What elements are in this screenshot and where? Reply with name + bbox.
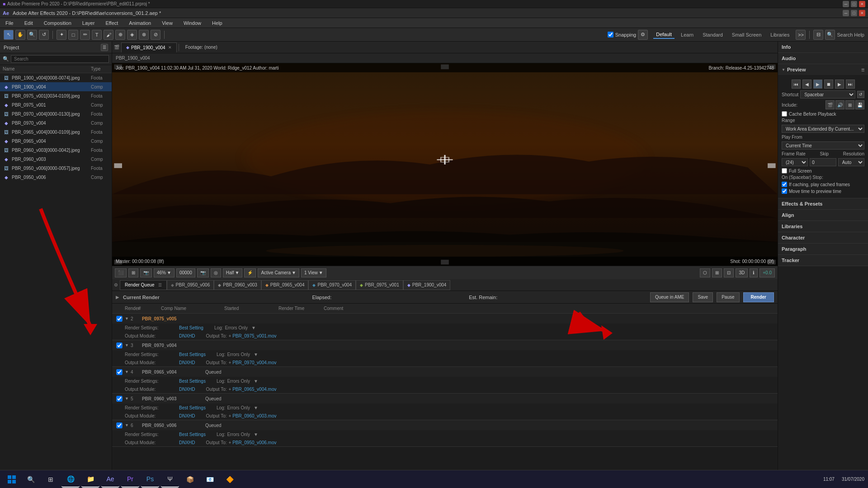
ae-minimize-btn[interactable]: ─: [843, 10, 849, 16]
skip-input[interactable]: [810, 158, 836, 166]
preview-menu-icon[interactable]: ☰: [861, 68, 864, 72]
menu-animation[interactable]: Animation: [127, 19, 153, 27]
render-output-link-0[interactable]: PBR_0975_v001.mov: [232, 333, 276, 338]
hand-tool[interactable]: ✋: [15, 30, 25, 40]
prev-frame-btn[interactable]: ◀: [802, 80, 811, 89]
render-expand-2[interactable]: ▼: [125, 370, 129, 374]
vt-fit-btn[interactable]: ⊞: [128, 268, 138, 277]
pause-btn[interactable]: Pause: [717, 292, 739, 302]
anchor-tool[interactable]: ✦: [57, 30, 66, 40]
shortcut-select[interactable]: Spacebar: [800, 90, 855, 99]
project-list-item-10[interactable]: 🖼 PBR_0950_v006[0000-0057].jpeg Foota: [0, 164, 112, 173]
taskbar-package[interactable]: 📦: [181, 471, 199, 488]
render-settings-link-2[interactable]: Best Settings: [179, 379, 206, 384]
resolution-select[interactable]: Auto: [838, 158, 864, 166]
puppet-tool[interactable]: ⊘: [151, 30, 160, 40]
render-settings-link-0[interactable]: Best Setting: [179, 325, 203, 330]
premiere-maximize-btn[interactable]: □: [851, 1, 857, 7]
project-list-item-2[interactable]: 🖼 PBR_0975_v001[0034-0109].jpeg Foota: [0, 91, 112, 100]
vt-quality[interactable]: Half▼: [223, 268, 243, 277]
text-tool[interactable]: T: [92, 30, 102, 40]
zoom-tool[interactable]: 🔍: [27, 30, 37, 40]
render-module-link-1[interactable]: DNXHD: [179, 360, 195, 365]
render-module-link-2[interactable]: DNXHD: [179, 387, 195, 392]
project-list-item-4[interactable]: 🖼 PBR_0970_v004[0000-0130].jpeg Foota: [0, 109, 112, 118]
menu-view[interactable]: View: [160, 19, 175, 27]
rect-tool[interactable]: □: [68, 30, 78, 40]
render-item-main-0[interactable]: ▼ 2 PBR_0975_v005: [112, 314, 778, 324]
taskbar-task-view[interactable]: ⊞: [42, 471, 60, 488]
render-settings-link-3[interactable]: Best Settings: [179, 405, 206, 410]
render-item-check-4[interactable]: [116, 422, 123, 428]
fps-select[interactable]: (24): [782, 158, 808, 166]
workspace-more[interactable]: >>: [796, 30, 806, 40]
include-save-btn[interactable]: 💾: [855, 100, 864, 109]
taskbar-ae[interactable]: Ae: [101, 471, 119, 488]
menu-edit[interactable]: Edit: [23, 19, 35, 27]
vt-fast-preview[interactable]: ⚡: [244, 268, 256, 277]
render-module-link-0[interactable]: DNXHD: [179, 333, 195, 338]
render-item-check-2[interactable]: [116, 369, 123, 375]
vt-circle-btn[interactable]: ◎: [211, 268, 221, 277]
render-expand-3[interactable]: ▼: [125, 396, 129, 401]
comp-tab-pbr1900[interactable]: ◆ PBR_1900_v004 ✕: [121, 42, 177, 52]
project-list-item-9[interactable]: ◆ PBR_0960_v003 Comp: [0, 155, 112, 164]
roto-tool[interactable]: ⊗: [139, 30, 149, 40]
render-expand-1[interactable]: ▼: [125, 343, 129, 347]
taskbar-orange[interactable]: 🔶: [221, 471, 239, 488]
stop-btn[interactable]: ⏹: [824, 80, 833, 89]
taskbar-outlook[interactable]: 📧: [201, 471, 219, 488]
taskbar-chrome[interactable]: 🌐: [61, 471, 80, 488]
play-from-select[interactable]: Current Time: [782, 141, 864, 150]
selection-tool[interactable]: ↖: [4, 30, 14, 40]
vt-preview-btn[interactable]: ⬛: [115, 268, 127, 277]
render-item-main-2[interactable]: ▼ 4 PBR_0965_v004 Queued: [112, 367, 778, 377]
premiere-close-btn[interactable]: ✕: [859, 1, 865, 7]
current-render-expand[interactable]: ▶: [116, 295, 119, 300]
workspace-small-screen[interactable]: Small Screen: [729, 31, 764, 38]
vt-3d-btn[interactable]: 3D: [736, 268, 748, 277]
project-list-item-6[interactable]: 🖼 PBR_0965_v004[0000-0109].jpeg Foota: [0, 127, 112, 136]
tracker-section-title[interactable]: Tracker: [778, 255, 868, 266]
search-help-btn[interactable]: 🔍: [825, 30, 835, 40]
workspace-learn[interactable]: Learn: [678, 31, 696, 38]
workspace-default[interactable]: Default: [653, 31, 675, 39]
taskbar-premiere[interactable]: Pr: [121, 471, 139, 488]
footage-tab[interactable]: Footage: (none): [181, 44, 222, 51]
next-frame-btn[interactable]: ▶: [835, 80, 844, 89]
vt-grid-btn[interactable]: ⊞: [712, 268, 722, 277]
timeline-tab-5[interactable]: ◆PBR_1900_v004: [403, 280, 451, 290]
include-overflow-btn[interactable]: ⊞: [845, 100, 854, 109]
render-btn[interactable]: Render: [743, 292, 774, 302]
project-list-item-7[interactable]: ◆ PBR_0965_v004 Comp: [0, 136, 112, 145]
if-caching-checkbox[interactable]: [782, 182, 787, 187]
render-output-link-1[interactable]: PBR_0970_v004.mov: [232, 360, 276, 365]
character-section-title[interactable]: Character: [778, 232, 868, 243]
menu-composition[interactable]: Composition: [42, 19, 73, 27]
render-output-link-4[interactable]: PBR_0950_v006.mov: [232, 440, 276, 445]
project-list-item-3[interactable]: ◆ PBR_0975_v001 Comp: [0, 100, 112, 109]
project-search-input[interactable]: [11, 55, 109, 63]
project-list-item-5[interactable]: ◆ PBR_0970_v004 Comp: [0, 118, 112, 127]
taskbar-start-btn[interactable]: [4, 471, 20, 488]
project-options-btn[interactable]: ☰: [101, 44, 108, 51]
queue-in-ame-btn[interactable]: Queue in AME: [650, 292, 689, 302]
vt-view-count[interactable]: 1 View▼: [301, 268, 326, 277]
brush-tool[interactable]: 🖌: [104, 30, 113, 40]
info-section-title[interactable]: Info: [778, 42, 868, 52]
render-module-link-4[interactable]: DNXHD: [179, 440, 195, 445]
pen-tool[interactable]: ✏: [80, 30, 90, 40]
render-item-check-1[interactable]: [116, 343, 123, 348]
project-list-item-8[interactable]: 🖼 PBR_0960_v003[0000-0042].jpeg Foota: [0, 145, 112, 155]
menu-help[interactable]: Help: [210, 19, 224, 27]
comp-tab-close[interactable]: ✕: [168, 45, 172, 50]
timeline-tab-1[interactable]: ◆PBR_0960_v003: [214, 280, 261, 290]
menu-layer[interactable]: Layer: [80, 19, 97, 27]
jump-start-btn[interactable]: ⏮: [792, 80, 801, 89]
render-settings-link-1[interactable]: Best Settings: [179, 352, 206, 357]
render-item-check-0[interactable]: [116, 316, 123, 322]
eraser-tool[interactable]: ◈: [127, 30, 137, 40]
snapping-checkbox[interactable]: [608, 32, 613, 38]
include-audio-btn[interactable]: 🔊: [835, 100, 844, 109]
clone-tool[interactable]: ⊕: [115, 30, 125, 40]
